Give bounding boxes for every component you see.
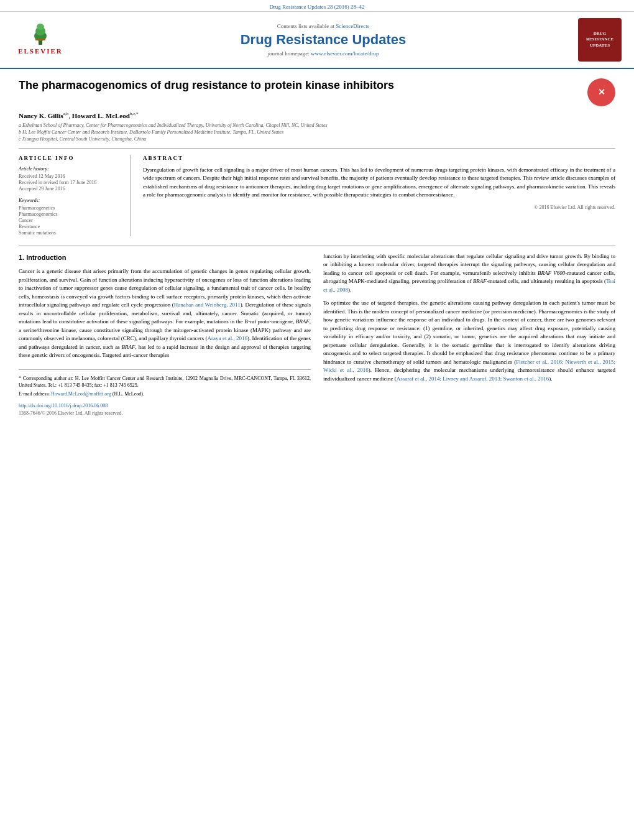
author2-name: Howard L. McLeod <box>72 112 130 119</box>
journal-citation: Drug Resistance Updates 28 (2016) 28–42 <box>269 4 364 10</box>
history-received: Received 12 May 2016 <box>19 173 122 179</box>
affiliations: a Eshelman School of Pharmacy, Center fo… <box>19 122 615 142</box>
email-note: E-mail address: Howard.McLeod@moffitt.or… <box>19 390 311 397</box>
authors-line: Nancy K. Gillisa,b, Howard L. McLeodb,c,… <box>19 111 615 119</box>
intro-para-2: function by interfering with specific mo… <box>323 252 615 295</box>
article-title-row: The pharmacogenomics of drug resistance … <box>19 78 615 106</box>
corresponding-author-note: * Corresponding author at: H. Lee Moffit… <box>19 375 311 389</box>
drug-resistance-logo: DRUG RESISTANCE UPDATES <box>578 18 622 62</box>
abstract-text: Dysregulation of growth factor cell sign… <box>143 166 615 200</box>
email-address[interactable]: Howard.McLeod@moffitt.org <box>51 391 111 397</box>
homepage-url[interactable]: www.elsevier.com/locate/drup <box>311 50 379 57</box>
keyword-4: Somatic mutations <box>19 230 122 236</box>
body-two-col: 1. Introduction Cancer is a genetic dise… <box>19 252 615 418</box>
article-info-col: ARTICLE INFO Article history: Received 1… <box>19 155 131 236</box>
footer-links: http://dx.doi.org/10.1016/j.drup.2016.06… <box>19 402 311 417</box>
intro-para-1: Cancer is a genetic disease that arises … <box>19 267 311 360</box>
contents-available: Contents lists available at ScienceDirec… <box>68 23 578 29</box>
section-divider <box>19 246 615 246</box>
keywords-label: Keywords: <box>19 198 122 203</box>
journal-center: Contents lists available at ScienceDirec… <box>68 23 578 57</box>
journal-title-display: Drug Resistance Updates <box>68 32 578 48</box>
doi-text[interactable]: http://dx.doi.org/10.1016/j.drup.2016.06… <box>19 402 311 410</box>
article-content: The pharmacogenomics of drug resistance … <box>0 69 634 427</box>
keywords-section: Keywords: Pharmacogenetics Pharmacogenom… <box>19 198 122 236</box>
journal-top-bar: Drug Resistance Updates 28 (2016) 28–42 <box>0 0 634 12</box>
author1-name: Nancy K. Gillis <box>19 112 63 119</box>
body-right-col: function by interfering with specific mo… <box>323 252 615 418</box>
journal-header: ELSEVIER Contents lists available at Sci… <box>0 12 634 69</box>
article-history: Article history: Received 12 May 2016 Re… <box>19 166 122 192</box>
elsevier-tree-icon <box>22 21 59 46</box>
ref-araya: Araya et al., 2016 <box>208 335 247 341</box>
section-title: Introduction <box>26 254 66 261</box>
email-person: (H.L. McLeod). <box>113 391 144 397</box>
affiliation-c: c Xiangya Hospital, Central South Univer… <box>19 136 615 142</box>
journal-homepage: journal homepage: www.elsevier.com/locat… <box>68 50 578 57</box>
copyright: © 2016 Elsevier Ltd. All rights reserved… <box>143 205 615 210</box>
article-info-abstract: ARTICLE INFO Article history: Received 1… <box>19 148 615 236</box>
crossmark-icon: ✕ <box>598 87 605 98</box>
section-number: 1. <box>19 254 24 261</box>
intro-heading: 1. Introduction <box>19 252 311 263</box>
history-accepted: Accepted 29 June 2016 <box>19 186 122 192</box>
intro-para-3: To optimize the use of targeted therapie… <box>323 299 615 383</box>
ref-hanahan: Hanahan and Weinberg, 2011 <box>174 302 241 308</box>
history-label: Article history: <box>19 166 122 172</box>
crossmark-logo: ✕ <box>587 78 615 106</box>
body-left-col: 1. Introduction Cancer is a genetic dise… <box>19 252 311 418</box>
author2-sup: b,c,* <box>130 111 139 116</box>
keyword-1: Pharmacogenomics <box>19 211 122 217</box>
ref-tsai: Tsai et al., 2008 <box>323 278 615 293</box>
keyword-3: Resistance <box>19 224 122 229</box>
article-title: The pharmacogenomics of drug resistance … <box>19 78 578 93</box>
author1-sup: a,b <box>63 111 68 116</box>
elsevier-label: ELSEVIER <box>18 47 63 55</box>
svg-point-3 <box>37 24 44 30</box>
ref-fletcher: Fletcher et al., 2016; Niewerth et al., … <box>323 359 615 374</box>
keyword-0: Pharmacogenetics <box>19 205 122 211</box>
elsevier-logo: ELSEVIER <box>12 21 68 58</box>
footnote-area: * Corresponding author at: H. Lee Moffit… <box>19 369 311 398</box>
logo-text: DRUG RESISTANCE UPDATES <box>586 31 613 48</box>
ref-assaraf: Assaraf et al., 2014; Livney and Assaraf… <box>397 376 549 382</box>
abstract-heading: ABSTRACT <box>143 155 615 161</box>
svg-rect-4 <box>35 39 45 40</box>
abstract-col: ABSTRACT Dysregulation of growth factor … <box>143 155 615 236</box>
sciencedirect-link[interactable]: ScienceDirects <box>336 23 369 29</box>
keyword-2: Cancer <box>19 218 122 223</box>
page: Drug Resistance Updates 28 (2016) 28–42 … <box>0 0 634 840</box>
email-label: E-mail address: <box>19 391 50 397</box>
affiliation-a: a Eshelman School of Pharmacy, Center fo… <box>19 122 615 128</box>
issn-text: 1368-7646/© 2016 Elsevier Ltd. All right… <box>19 410 311 417</box>
article-info-heading: ARTICLE INFO <box>19 155 122 161</box>
history-revised: Received in revised form 17 June 2016 <box>19 180 122 185</box>
affiliation-b: b H. Lee Moffitt Cancer Center and Resea… <box>19 129 615 135</box>
